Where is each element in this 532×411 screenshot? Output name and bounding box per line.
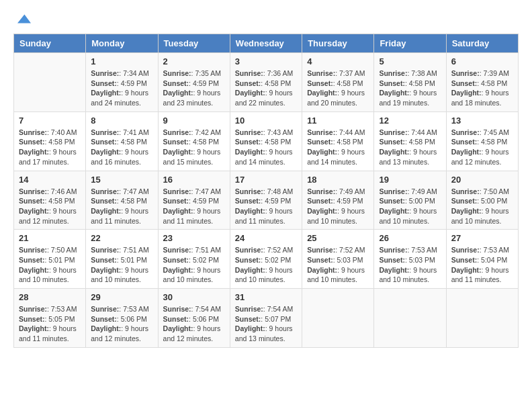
- calendar-cell: 5Sunrise:: 7:38 AMSunset:: 4:58 PMDaylig…: [374, 53, 446, 112]
- day-number: 12: [379, 116, 441, 126]
- cell-info-line: Daylight:: 9 hours and 12 minutes.: [451, 148, 509, 166]
- cell-info: Sunrise:: 7:44 AMSunset:: 4:58 PMDayligh…: [379, 128, 441, 167]
- day-number: 14: [19, 175, 81, 185]
- cell-info: Sunrise:: 7:36 AMSunset:: 4:58 PMDayligh…: [235, 68, 297, 108]
- day-number: 5: [379, 56, 441, 66]
- cell-info-line: Sunset:: 4:59 PM: [91, 79, 146, 87]
- calendar-cell: 12Sunrise:: 7:44 AMSunset:: 4:58 PMDayli…: [374, 111, 446, 171]
- calendar-cell: 17Sunrise:: 7:48 AMSunset:: 4:59 PMDayli…: [230, 171, 302, 230]
- cell-info-line: Sunset:: 4:58 PM: [379, 79, 435, 87]
- cell-info-line: Daylight:: 9 hours and 10 minutes.: [379, 207, 437, 225]
- day-number: 13: [451, 116, 513, 126]
- svg-marker-0: [17, 15, 31, 24]
- calendar-cell: 11Sunrise:: 7:44 AMSunset:: 4:58 PMDayli…: [302, 111, 374, 171]
- cell-info-line: Sunset:: 4:58 PM: [451, 138, 507, 146]
- day-number: 2: [163, 56, 225, 66]
- cell-info-line: Daylight:: 9 hours and 10 minutes.: [163, 266, 221, 284]
- cell-info-line: Sunset:: 5:03 PM: [307, 256, 363, 264]
- calendar-week-row: 14Sunrise:: 7:46 AMSunset:: 4:58 PMDayli…: [14, 171, 519, 230]
- cell-info-line: Daylight:: 9 hours and 13 minutes.: [379, 148, 437, 166]
- calendar-cell: 31Sunrise:: 7:54 AMSunset:: 5:07 PMDayli…: [230, 289, 302, 348]
- day-number: 20: [451, 175, 513, 185]
- cell-info-line: Sunset:: 4:58 PM: [19, 138, 75, 146]
- cell-info: Sunrise:: 7:53 AMSunset:: 5:06 PMDayligh…: [91, 304, 152, 344]
- calendar-header-row: SundayMondayTuesdayWednesdayThursdayFrid…: [14, 34, 519, 53]
- cell-info-line: Daylight:: 9 hours and 10 minutes.: [235, 266, 293, 284]
- cell-info-line: Daylight:: 9 hours and 11 minutes.: [163, 207, 221, 225]
- cell-info: Sunrise:: 7:34 AMSunset:: 4:59 PMDayligh…: [91, 68, 152, 108]
- cell-info-line: Sunset:: 4:58 PM: [163, 138, 219, 146]
- day-number: 26: [379, 233, 441, 243]
- day-number: 15: [91, 175, 152, 185]
- cell-info-line: Sunset:: 4:58 PM: [19, 197, 75, 205]
- cell-info-line: Sunset:: 5:01 PM: [19, 256, 75, 264]
- cell-info-line: Sunrise:: 7:54 AM: [235, 305, 293, 313]
- cell-info-line: Sunset:: 5:02 PM: [163, 256, 219, 264]
- header-saturday: Saturday: [446, 34, 518, 53]
- cell-info-line: Daylight:: 9 hours and 11 minutes.: [19, 324, 77, 342]
- cell-info-line: Daylight:: 9 hours and 11 minutes.: [451, 266, 509, 284]
- day-number: 16: [163, 175, 225, 185]
- calendar-table: SundayMondayTuesdayWednesdayThursdayFrid…: [13, 34, 519, 348]
- cell-info-line: Sunset:: 4:59 PM: [163, 197, 219, 205]
- cell-info: Sunrise:: 7:49 AMSunset:: 4:59 PMDayligh…: [307, 187, 369, 226]
- cell-info-line: Sunset:: 5:05 PM: [19, 315, 75, 323]
- calendar-cell: 6Sunrise:: 7:39 AMSunset:: 4:58 PMDaylig…: [446, 53, 518, 112]
- cell-info: Sunrise:: 7:39 AMSunset:: 4:58 PMDayligh…: [451, 68, 513, 108]
- calendar-cell: 1Sunrise:: 7:34 AMSunset:: 4:59 PMDaylig…: [86, 53, 158, 112]
- day-number: 21: [19, 233, 81, 243]
- cell-info-line: Sunset:: 4:58 PM: [235, 79, 291, 87]
- cell-info-line: Daylight:: 9 hours and 11 minutes.: [235, 207, 293, 225]
- calendar-cell: 7Sunrise:: 7:40 AMSunset:: 4:58 PMDaylig…: [14, 111, 86, 171]
- cell-info: Sunrise:: 7:50 AMSunset:: 5:00 PMDayligh…: [451, 187, 513, 226]
- day-number: 30: [163, 292, 225, 302]
- logo-text: [13, 11, 31, 27]
- cell-info: Sunrise:: 7:45 AMSunset:: 4:58 PMDayligh…: [451, 128, 513, 167]
- cell-info: Sunrise:: 7:50 AMSunset:: 5:01 PMDayligh…: [19, 245, 81, 285]
- cell-info-line: Sunset:: 5:07 PM: [235, 315, 291, 323]
- header-wednesday: Wednesday: [230, 34, 302, 53]
- cell-info-line: Sunset:: 5:00 PM: [451, 197, 507, 205]
- calendar-cell: 25Sunrise:: 7:52 AMSunset:: 5:03 PMDayli…: [302, 230, 374, 289]
- calendar-cell: [302, 289, 374, 348]
- cell-info: Sunrise:: 7:37 AMSunset:: 4:58 PMDayligh…: [307, 68, 369, 108]
- cell-info: Sunrise:: 7:53 AMSunset:: 5:05 PMDayligh…: [19, 304, 81, 344]
- cell-info: Sunrise:: 7:49 AMSunset:: 5:00 PMDayligh…: [379, 187, 441, 226]
- calendar-cell: 9Sunrise:: 7:42 AMSunset:: 4:58 PMDaylig…: [158, 111, 230, 171]
- day-number: 28: [19, 292, 81, 302]
- cell-info-line: Sunset:: 4:58 PM: [91, 138, 146, 146]
- cell-info: Sunrise:: 7:47 AMSunset:: 4:58 PMDayligh…: [91, 187, 152, 226]
- cell-info-line: Sunrise:: 7:46 AM: [19, 187, 77, 195]
- cell-info-line: Daylight:: 9 hours and 10 minutes.: [91, 266, 148, 284]
- day-number: 9: [163, 116, 225, 126]
- header-thursday: Thursday: [302, 34, 374, 53]
- cell-info-line: Sunrise:: 7:41 AM: [91, 128, 148, 136]
- cell-info-line: Daylight:: 9 hours and 14 minutes.: [307, 148, 365, 166]
- cell-info-line: Daylight:: 9 hours and 10 minutes.: [307, 207, 365, 225]
- cell-info-line: Sunrise:: 7:34 AM: [91, 69, 148, 77]
- cell-info: Sunrise:: 7:44 AMSunset:: 4:58 PMDayligh…: [307, 128, 369, 167]
- cell-info-line: Sunrise:: 7:47 AM: [91, 187, 148, 195]
- cell-info-line: Daylight:: 9 hours and 17 minutes.: [19, 148, 77, 166]
- cell-info-line: Sunrise:: 7:50 AM: [451, 187, 509, 195]
- cell-info-line: Sunrise:: 7:53 AM: [19, 305, 77, 313]
- cell-info-line: Daylight:: 9 hours and 20 minutes.: [307, 89, 365, 107]
- cell-info-line: Daylight:: 9 hours and 10 minutes.: [379, 266, 437, 284]
- cell-info: Sunrise:: 7:53 AMSunset:: 5:04 PMDayligh…: [451, 245, 513, 285]
- day-number: 7: [19, 116, 81, 126]
- header-friday: Friday: [374, 34, 446, 53]
- cell-info-line: Daylight:: 9 hours and 10 minutes.: [451, 207, 509, 225]
- cell-info-line: Sunrise:: 7:38 AM: [379, 69, 437, 77]
- cell-info-line: Daylight:: 9 hours and 13 minutes.: [235, 324, 293, 342]
- cell-info: Sunrise:: 7:40 AMSunset:: 4:58 PMDayligh…: [19, 128, 81, 167]
- cell-info-line: Sunrise:: 7:45 AM: [451, 128, 509, 136]
- calendar-cell: [14, 53, 86, 112]
- logo-icon: [15, 11, 31, 27]
- calendar-cell: 2Sunrise:: 7:35 AMSunset:: 4:59 PMDaylig…: [158, 53, 230, 112]
- day-number: 23: [163, 233, 225, 243]
- cell-info: Sunrise:: 7:51 AMSunset:: 5:02 PMDayligh…: [163, 245, 225, 285]
- cell-info: Sunrise:: 7:41 AMSunset:: 4:58 PMDayligh…: [91, 128, 152, 167]
- cell-info: Sunrise:: 7:47 AMSunset:: 4:59 PMDayligh…: [163, 187, 225, 226]
- cell-info-line: Sunrise:: 7:44 AM: [379, 128, 437, 136]
- cell-info-line: Sunrise:: 7:53 AM: [451, 246, 509, 254]
